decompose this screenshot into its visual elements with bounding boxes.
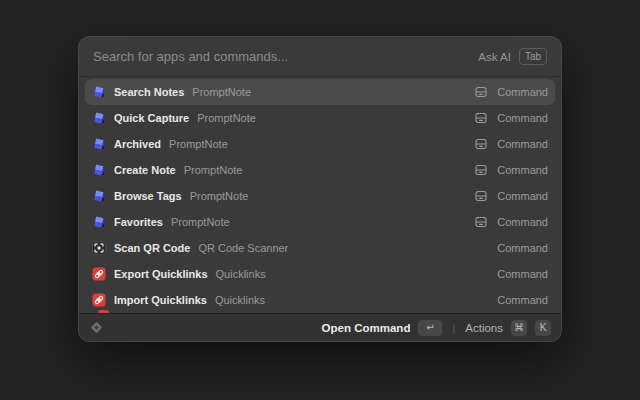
command-type-icon (475, 216, 487, 228)
item-title: Export Quicklinks (114, 268, 208, 280)
item-type-label: Command (497, 86, 548, 98)
list-item[interactable]: Browse Tags PromptNote Command (85, 183, 555, 209)
partially-visible-next-item-icon (98, 310, 109, 313)
promptnote-app-icon (92, 215, 106, 229)
item-subtitle: QR Code Scanner (198, 242, 288, 254)
search-input[interactable] (93, 49, 470, 64)
search-bar: Ask AI Tab (79, 37, 561, 77)
list-item[interactable]: Export Quicklinks Quicklinks Command (85, 261, 555, 287)
list-item[interactable]: Favorites PromptNote Command (85, 209, 555, 235)
item-title: Import Quicklinks (114, 294, 207, 306)
promptnote-app-icon (92, 137, 106, 151)
promptnote-app-icon (92, 85, 106, 99)
quicklinks-icon (92, 293, 106, 307)
return-keycap: ↵ (418, 320, 442, 336)
item-type-label: Command (497, 268, 548, 280)
item-subtitle: PromptNote (169, 138, 228, 150)
item-title: Quick Capture (114, 112, 189, 124)
item-type-label: Command (497, 138, 548, 150)
item-title: Archived (114, 138, 161, 150)
open-command-action[interactable]: Open Command (322, 322, 411, 334)
tab-keycap: Tab (519, 48, 547, 65)
item-subtitle: PromptNote (171, 216, 230, 228)
item-type-label: Command (497, 112, 548, 124)
item-subtitle: PromptNote (190, 190, 249, 202)
list-item[interactable]: Import Quicklinks Quicklinks Command (85, 287, 555, 313)
list-item[interactable]: Archived PromptNote Command (85, 131, 555, 157)
cmd-keycap: ⌘ (511, 320, 527, 336)
quicklinks-icon (92, 267, 106, 281)
command-type-icon (475, 86, 487, 98)
list-item[interactable]: Create Note PromptNote Command (85, 157, 555, 183)
item-title: Search Notes (114, 86, 184, 98)
extension-logo-icon (89, 320, 104, 335)
item-type-label: Command (497, 164, 548, 176)
item-title: Favorites (114, 216, 163, 228)
promptnote-app-icon (92, 111, 106, 125)
command-type-icon (475, 138, 487, 150)
item-type-label: Command (497, 216, 548, 228)
item-title: Scan QR Code (114, 242, 190, 254)
item-type-label: Command (497, 190, 548, 202)
promptnote-app-icon (92, 189, 106, 203)
item-subtitle: PromptNote (197, 112, 256, 124)
promptnote-app-icon (92, 163, 106, 177)
item-type-label: Command (497, 294, 548, 306)
item-subtitle: PromptNote (184, 164, 243, 176)
k-keycap: K (535, 320, 551, 336)
command-type-icon (475, 190, 487, 202)
results-list: Search Notes PromptNote Command (79, 77, 561, 313)
command-type-icon (475, 164, 487, 176)
item-subtitle: Quicklinks (215, 294, 265, 306)
footer-divider: | (452, 322, 455, 334)
item-title: Create Note (114, 164, 176, 176)
list-item[interactable]: Search Notes PromptNote Command (85, 79, 555, 105)
item-title: Browse Tags (114, 190, 182, 202)
item-subtitle: Quicklinks (216, 268, 266, 280)
qr-code-scanner-icon (92, 241, 106, 255)
actions-menu-button[interactable]: Actions (465, 322, 503, 334)
list-item[interactable]: Scan QR Code QR Code Scanner Command (85, 235, 555, 261)
item-subtitle: PromptNote (192, 86, 251, 98)
ask-ai-label[interactable]: Ask AI (478, 51, 511, 63)
footer-bar: Open Command ↵ | Actions ⌘ K (79, 313, 561, 341)
list-item[interactable]: Quick Capture PromptNote Command (85, 105, 555, 131)
launcher-window: Ask AI Tab (78, 36, 562, 342)
item-type-label: Command (497, 242, 548, 254)
command-type-icon (475, 112, 487, 124)
